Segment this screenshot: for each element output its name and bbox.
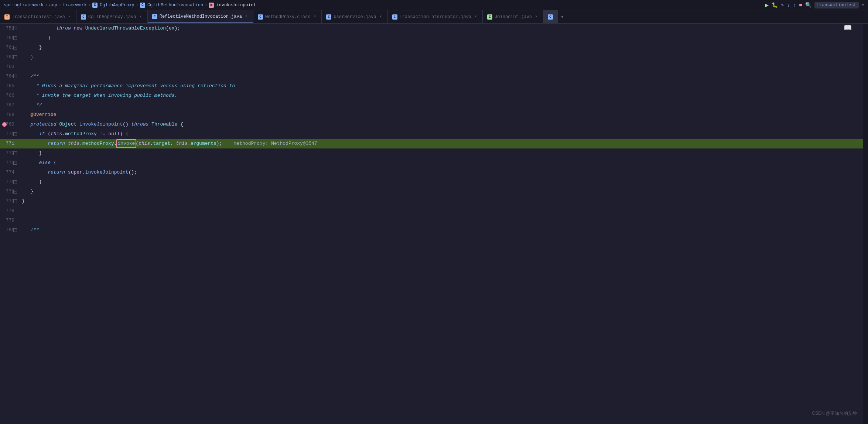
fold-762[interactable]: − <box>13 55 17 59</box>
tab-close-userservice[interactable]: × <box>379 14 383 20</box>
line-num-769: 769 <box>0 120 20 129</box>
breadcrumb-invokejoinpoint[interactable]: invokeJoinpoint <box>216 3 256 8</box>
tab-transactiontest[interactable]: T TransactionTest.java × <box>0 10 76 23</box>
fold-772[interactable]: − <box>13 151 17 155</box>
tab-close-transactioninterceptor[interactable]: × <box>474 14 478 20</box>
fold-775[interactable]: − <box>13 180 17 184</box>
step-out-icon[interactable]: ↑ <box>793 2 796 8</box>
line-num-762: 762 − <box>0 52 20 62</box>
breadcrumb-cglibaopproxy[interactable]: CglibAopProxy <box>100 3 134 8</box>
tab-icon-transactiontest: T <box>4 14 10 20</box>
code-line-776: 776 − } <box>0 187 863 196</box>
reader-mode-icon[interactable]: 📖 <box>844 24 852 32</box>
fold-777[interactable]: − <box>13 199 17 203</box>
fold-761[interactable]: − <box>13 46 17 49</box>
stop-icon[interactable]: ■ <box>799 2 802 8</box>
line-content-777: } <box>20 196 863 206</box>
code-line-774: 774 return super.invokeJoinpoint(); <box>0 168 863 177</box>
tab-icon-joinpoint: I <box>487 14 492 20</box>
editor-area: 759 − throw new UndeclaredThrowableExcep… <box>0 24 868 424</box>
run-icon[interactable]: ▶ <box>765 1 769 9</box>
code-line-769: 769 protected Object invokeJoinpoint() t… <box>0 120 863 129</box>
tab-transactioninterceptor[interactable]: C TransactionInterceptor.java × <box>388 10 483 23</box>
line-num-773: 773 − <box>0 158 20 168</box>
dropdown-arrow-icon[interactable]: ▼ <box>862 3 864 8</box>
breadcrumb-cglibmethodinvocation-icon: C <box>140 3 145 8</box>
line-num-764: 764 − <box>0 72 20 81</box>
code-line-762: 762 − } <box>0 52 863 62</box>
tab-icon-userservice: C <box>326 14 331 20</box>
tab-label-joinpoint: Joinpoint.java <box>495 14 532 20</box>
line-content-780: /** <box>20 225 863 235</box>
code-line-765: 765 * Gives a marginal performance impro… <box>0 81 863 91</box>
line-num-772: 772 − <box>0 148 20 158</box>
code-line-767: 767 */ <box>0 100 863 110</box>
tab-userservice[interactable]: C UserService.java × <box>322 10 387 23</box>
search-icon[interactable]: 🔍 <box>805 2 811 8</box>
line-content-779 <box>20 216 863 225</box>
tab-icon-cglibaopproxy: C <box>81 14 86 20</box>
step-over-icon[interactable]: ↷ <box>781 2 784 8</box>
tab-close-joinpoint[interactable]: × <box>534 14 539 20</box>
line-num-765: 765 <box>0 81 20 91</box>
breadcrumb-framework[interactable]: framework <box>63 3 87 8</box>
breadcrumb-sep-1: › <box>45 3 48 8</box>
line-num-760: 760 − <box>0 33 20 43</box>
fold-780[interactable]: − <box>13 228 17 232</box>
line-content-772: } <box>20 148 863 158</box>
fold-776[interactable]: − <box>13 190 17 194</box>
line-content-763 <box>20 62 863 72</box>
breadcrumb-sep-5: › <box>205 3 207 8</box>
tab-close-reflectivemethodinvocation[interactable]: × <box>244 14 249 19</box>
breadcrumb-aop[interactable]: aop <box>49 3 57 8</box>
tab-more-button[interactable]: ▾ <box>558 10 567 23</box>
code-line-775: 775 − } <box>0 177 863 187</box>
scrollbar[interactable] <box>863 24 868 424</box>
line-num-759: 759 − <box>0 24 20 33</box>
breadcrumb-sep-2: › <box>59 3 61 8</box>
tab-reflectivemethodinvocation[interactable]: C ReflectiveMethodInvocation.java × <box>148 10 253 23</box>
line-content-764: /** <box>20 72 863 81</box>
line-num-767: 767 <box>0 100 20 110</box>
fold-760[interactable]: − <box>13 36 17 40</box>
code-line-768: 768 @Override <box>0 110 863 120</box>
tab-close-methodproxy[interactable]: × <box>312 14 317 20</box>
transactiontest-label: TransactionTest <box>814 2 859 8</box>
code-line-770: 770 − if (this.methodProxy != null) { <box>0 129 863 139</box>
tab-close-transactiontest[interactable]: × <box>67 14 72 20</box>
breadcrumb-actions: ▶ 🐛 ↷ ↓ ↑ ■ 🔍 TransactionTest ▼ <box>765 1 864 9</box>
tab-methodproxy[interactable]: C MethodProxy.class × <box>253 10 322 23</box>
line-num-761: 761 − <box>0 43 20 52</box>
tab-close-cglibaopproxy[interactable]: × <box>139 14 143 20</box>
breadcrumb-cglibmethodinvocation[interactable]: CglibMethodInvocation <box>147 3 203 8</box>
tab-unknown[interactable]: C <box>543 10 558 23</box>
code-line-760: 760 − } <box>0 33 863 43</box>
line-num-779: 779 <box>0 216 20 225</box>
line-content-775: } <box>20 177 863 187</box>
fold-764[interactable]: − <box>13 75 17 78</box>
line-num-771: 771 <box>0 139 20 148</box>
step-into-icon[interactable]: ↓ <box>787 2 790 8</box>
line-content-768: @Override <box>20 110 863 120</box>
breakpoint-769[interactable] <box>2 122 7 127</box>
tab-label-transactioninterceptor: TransactionInterceptor.java <box>400 14 471 20</box>
fold-759[interactable]: − <box>13 27 17 30</box>
fold-770[interactable]: − <box>13 132 17 136</box>
debug-icon[interactable]: 🐛 <box>772 2 778 8</box>
code-line-780: 780 − /** <box>0 225 863 235</box>
tab-joinpoint[interactable]: I Joinpoint.java × <box>483 10 543 23</box>
code-line-778: 778 <box>0 206 863 216</box>
code-line-764: 764 − /** <box>0 72 863 81</box>
line-content-773: else { <box>20 158 863 168</box>
line-content-759: throw new UndeclaredThrowableException(e… <box>20 24 863 33</box>
code-line-773: 773 − else { <box>0 158 863 168</box>
tab-cglibaopproxy[interactable]: C CglibAopProxy.java × <box>76 10 148 23</box>
code-content: 759 − throw new UndeclaredThrowableExcep… <box>0 24 863 424</box>
tab-icon-transactioninterceptor: C <box>392 14 397 20</box>
fold-773[interactable]: − <box>13 161 17 165</box>
breadcrumb-springframework[interactable]: springFramework <box>4 3 44 8</box>
tab-label-reflectivemethodinvocation: ReflectiveMethodInvocation.java <box>160 14 242 19</box>
tab-icon-unknown: C <box>548 14 553 20</box>
tab-label-userservice: UserService.java <box>334 14 376 20</box>
code-line-779: 779 <box>0 216 863 225</box>
